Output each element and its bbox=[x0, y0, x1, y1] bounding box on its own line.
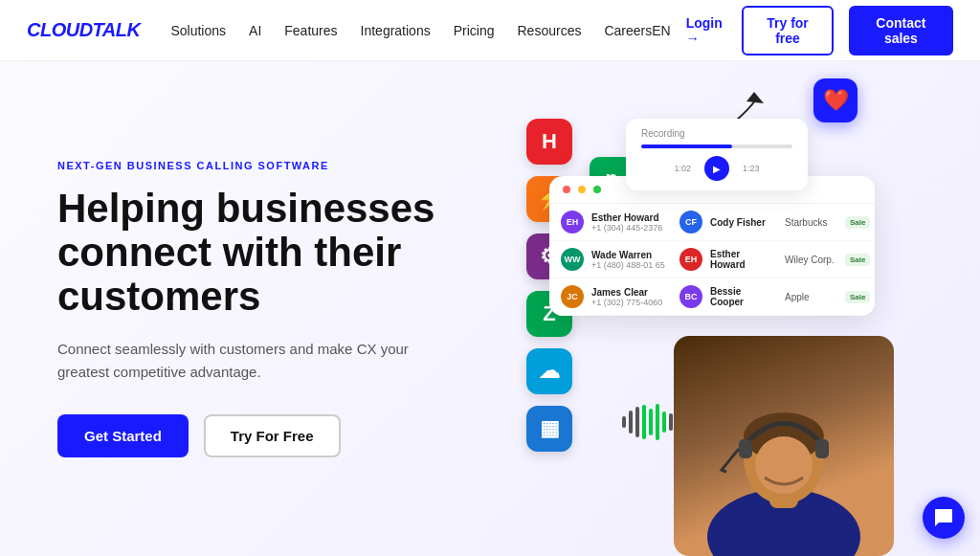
eyebrow-text: NEXT-GEN BUSINESS CALLING SOFTWARE bbox=[57, 160, 517, 171]
recording-progress-bar bbox=[641, 145, 792, 148]
logo: CLOUDTALK bbox=[27, 19, 140, 41]
window-dot-red bbox=[563, 186, 570, 193]
name-cody: Cody Fisher bbox=[710, 217, 777, 228]
nav-resources[interactable]: Resources bbox=[518, 23, 582, 38]
recording-card: Recording 1:02 ▶ 1:23 bbox=[626, 119, 808, 190]
recording-title: Recording bbox=[641, 128, 792, 139]
wave-6 bbox=[656, 404, 659, 440]
try-free-button[interactable]: Try for free bbox=[742, 6, 834, 56]
recording-progress-fill bbox=[641, 145, 732, 148]
nav-pricing[interactable]: Pricing bbox=[454, 23, 495, 38]
wave-8 bbox=[669, 413, 673, 431]
nav-links: Solutions AI Features Integrations Prici… bbox=[170, 23, 652, 38]
login-button[interactable]: Login → bbox=[686, 15, 727, 46]
cta-buttons: Get Started Try For Free bbox=[57, 414, 517, 457]
avatar-esther2: EH bbox=[679, 248, 702, 271]
phone-esther: +1 (304) 445-2376 bbox=[591, 223, 668, 233]
phone-wade: +1 (480) 488-01 65 bbox=[591, 260, 668, 270]
avatar-esther: EH bbox=[561, 211, 584, 234]
badge-sale-1: Sale bbox=[845, 216, 870, 229]
badge-sale-3: Sale bbox=[845, 291, 870, 303]
salesforce-icon: ☁ bbox=[526, 348, 572, 394]
name-james: James Clear bbox=[591, 287, 668, 298]
rec-time-end: 1:23 bbox=[743, 164, 760, 173]
try-for-free-hero-button[interactable]: Try For Free bbox=[204, 414, 341, 457]
nav-solutions[interactable]: Solutions bbox=[170, 23, 226, 38]
badge-sale-2: Sale bbox=[845, 254, 870, 266]
wave-5 bbox=[649, 409, 653, 435]
play-button[interactable]: ▶ bbox=[704, 156, 729, 181]
agent-silhouette bbox=[674, 336, 894, 556]
company-wiley: Wiley Corp. bbox=[785, 255, 837, 265]
name-wade: Wade Warren bbox=[591, 250, 668, 260]
svg-rect-7 bbox=[815, 439, 829, 458]
wave-3 bbox=[635, 407, 639, 437]
crm-row-1: EH Esther Howard +1 (304) 445-2376 CF Co… bbox=[549, 204, 875, 241]
nav-features[interactable]: Features bbox=[284, 23, 337, 38]
phone-james: +1 (302) 775-4060 bbox=[591, 298, 668, 307]
avatar-cody: CF bbox=[679, 211, 702, 234]
wave-7 bbox=[662, 411, 666, 433]
get-started-button[interactable]: Get Started bbox=[57, 414, 189, 457]
agent-photo bbox=[674, 336, 894, 556]
wave-4 bbox=[642, 405, 646, 439]
company-starbucks: Starbucks bbox=[785, 217, 837, 228]
crm-card: EH Esther Howard +1 (304) 445-2376 CF Co… bbox=[549, 176, 875, 316]
name-esther: Esther Howard bbox=[591, 212, 668, 223]
hero-headline: Helping businesses connect with their cu… bbox=[57, 187, 517, 320]
recording-controls: 1:02 ▶ 1:23 bbox=[641, 156, 792, 181]
chat-support-button[interactable] bbox=[923, 497, 965, 539]
avatar-james: JC bbox=[561, 285, 584, 308]
crm-row-3: JC James Clear +1 (302) 775-4060 BC Bess… bbox=[549, 278, 875, 316]
grid-icon: ▦ bbox=[526, 406, 572, 452]
hero-right: ❤️ Recording 1:02 ▶ 1:23 EH bbox=[517, 61, 923, 556]
svg-rect-6 bbox=[739, 439, 752, 458]
wave-1 bbox=[622, 416, 626, 428]
hero-subtext: Connect seamlessly with customers and ma… bbox=[57, 338, 459, 384]
nav-ai[interactable]: AI bbox=[249, 23, 261, 38]
nav-careers[interactable]: Careers bbox=[604, 23, 652, 38]
svg-marker-0 bbox=[746, 92, 764, 103]
contact-sales-button[interactable]: Contact sales bbox=[849, 6, 953, 56]
chat-icon bbox=[933, 507, 954, 528]
navbar: CLOUDTALK Solutions AI Features Integrat… bbox=[0, 0, 980, 61]
crm-row-2: WW Wade Warren +1 (480) 488-01 65 EH Est… bbox=[549, 241, 875, 278]
hubspot-icon: H bbox=[526, 119, 572, 165]
wave-2 bbox=[629, 411, 633, 434]
avatar-bessie: BC bbox=[679, 285, 702, 308]
nav-integrations[interactable]: Integrations bbox=[361, 23, 431, 38]
heart-notification: ❤️ bbox=[813, 78, 858, 122]
name-esther2: Esther Howard bbox=[710, 249, 777, 270]
window-dot-green bbox=[593, 186, 601, 193]
name-bessie: Bessie Cooper bbox=[710, 286, 777, 307]
avatar-wade: WW bbox=[561, 248, 584, 271]
company-apple: Apple bbox=[785, 292, 837, 302]
main-content: NEXT-GEN BUSINESS CALLING SOFTWARE Helpi… bbox=[0, 61, 980, 556]
window-dot-yellow bbox=[578, 186, 586, 193]
language-selector[interactable]: EN bbox=[652, 23, 670, 38]
nav-right: EN Login → Try for free Contact sales bbox=[652, 6, 953, 56]
hero-left: NEXT-GEN BUSINESS CALLING SOFTWARE Helpi… bbox=[57, 160, 517, 458]
rec-time-start: 1:02 bbox=[674, 164, 691, 173]
